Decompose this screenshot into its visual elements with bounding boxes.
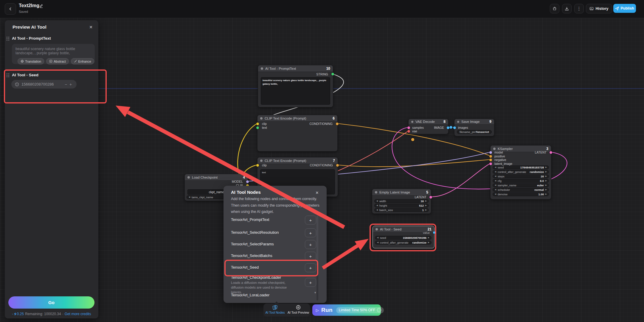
go-button[interactable]: Go [8, 296, 94, 309]
input-port-positive[interactable] [489, 155, 492, 158]
translation-button[interactable]: Translation [18, 58, 44, 64]
tab-ai-tool-nodes[interactable]: AI Tool Nodes [264, 305, 286, 314]
next-icon[interactable] [545, 175, 547, 177]
node-text-value[interactable]: beautiful scenery nature glass bottle la… [261, 77, 330, 105]
output-port-string[interactable] [331, 73, 334, 75]
widget-steps[interactable]: steps20 [493, 174, 549, 178]
prev-icon[interactable] [495, 171, 496, 173]
output-port-conditioning[interactable] [336, 123, 339, 125]
widget-batch-size[interactable]: batch_size1 [374, 208, 429, 212]
next-icon[interactable] [545, 166, 547, 168]
node-clip-text-encode-6[interactable]: CLIP Text Encode (Prompt) 6 clip text CO… [257, 115, 338, 151]
input-port-vae[interactable] [407, 130, 410, 133]
output-port-conditioning[interactable] [336, 164, 339, 167]
collapse-dot-icon[interactable] [260, 160, 263, 162]
download-button[interactable] [562, 4, 572, 13]
input-port-clip[interactable] [256, 164, 259, 167]
prev-icon[interactable] [377, 242, 378, 244]
collapse-dot-icon[interactable] [375, 191, 377, 193]
next-icon[interactable] [545, 180, 547, 182]
prev-icon[interactable] [495, 189, 496, 191]
seed-input[interactable]: 156680208700286 − + [11, 80, 77, 89]
collapse-dot-icon[interactable] [457, 121, 459, 123]
input-port-clip[interactable] [256, 123, 259, 125]
output-port-latent[interactable] [550, 151, 552, 154]
back-button[interactable] [5, 3, 16, 15]
prev-icon[interactable] [376, 209, 378, 211]
enhance-button[interactable]: Enhance [71, 58, 94, 64]
prev-icon[interactable] [376, 205, 378, 207]
node-save-image[interactable]: Save Image 9 images filename_prefix Tens… [454, 119, 494, 136]
add-node-button[interactable]: + [305, 228, 316, 237]
node-vae-decode[interactable]: VAE Decode 8 samples vae IMAGE [408, 119, 449, 134]
close-icon[interactable] [88, 24, 94, 30]
input-port-model[interactable] [489, 151, 492, 154]
node-list-item-checkpointloader[interactable]: TensorArt_CheckpointLoader [231, 275, 281, 280]
next-icon[interactable] [545, 171, 547, 173]
next-icon[interactable] [428, 242, 429, 244]
widget-control-after-generate[interactable]: control_after_generaterandomize [375, 241, 432, 244]
prev-icon[interactable] [495, 193, 496, 195]
collapse-dot-icon[interactable] [411, 121, 413, 123]
input-port-latent-image[interactable] [489, 162, 492, 165]
abstract-button[interactable]: Abstract [46, 58, 69, 64]
next-icon[interactable] [428, 237, 429, 239]
node-list-item-loraloader[interactable]: TensorArt_LoraLoader [231, 293, 269, 297]
widget-height[interactable]: height512 [374, 204, 429, 208]
scroll-down-icon[interactable] [314, 291, 316, 295]
add-node-button[interactable]: + [305, 216, 316, 225]
output-port-value[interactable] [433, 231, 435, 234]
output-port-model[interactable] [246, 180, 249, 183]
next-icon[interactable] [545, 184, 547, 186]
widget-width[interactable]: width16 [374, 199, 429, 203]
tab-ai-tool-preview[interactable]: AI Tool Preview [287, 305, 309, 314]
prev-icon[interactable] [495, 180, 496, 182]
add-node-button[interactable]: + [305, 240, 316, 249]
input-port-negative[interactable] [489, 159, 492, 161]
seed-increment-button[interactable]: + [68, 82, 73, 87]
shop-button[interactable] [550, 4, 559, 13]
node-header[interactable]: Save Image 9 [454, 119, 494, 125]
prev-icon[interactable] [376, 200, 378, 202]
widget-filename-prefix[interactable]: filename_prefix TensorArt [457, 130, 492, 134]
collapse-dot-icon[interactable] [187, 176, 190, 179]
widget-cfg[interactable]: cfg8.0 [493, 179, 549, 183]
prev-icon[interactable] [495, 184, 496, 186]
widget-denoise[interactable]: denoise1.00 [493, 192, 549, 196]
add-node-button[interactable]: + [305, 278, 316, 287]
seed-decrement-button[interactable]: − [63, 82, 68, 87]
widget-scheduler[interactable]: schedulernormal [493, 188, 549, 192]
history-button[interactable]: History [586, 4, 612, 13]
close-icon[interactable] [314, 190, 320, 196]
input-port-images[interactable] [453, 126, 456, 129]
output-port-image[interactable] [447, 126, 449, 129]
widget-seed[interactable]: seed156680208700286 [375, 236, 432, 240]
next-icon[interactable] [425, 205, 427, 207]
node-list-item-prompttext[interactable]: TensorArt_PromptText [231, 217, 269, 222]
node-list-item-seed[interactable]: TensorArt_Seed [231, 265, 259, 270]
node-ai-tool-seed[interactable]: AI Tool - Seed 21 value seed156680208700… [373, 226, 434, 248]
add-node-button[interactable]: + [305, 252, 316, 261]
collapse-dot-icon[interactable] [493, 148, 496, 150]
node-list-item-selectparams[interactable]: TensorArt_SelectParams [231, 242, 274, 246]
prev-icon[interactable] [495, 166, 496, 168]
publish-button[interactable]: Publish [613, 4, 636, 13]
more-options-button[interactable] [574, 4, 584, 13]
edit-title-button[interactable] [39, 4, 44, 8]
drag-handle-icon[interactable] [7, 37, 9, 41]
collapse-dot-icon[interactable] [261, 67, 263, 70]
scrollbar-thumb[interactable] [316, 216, 318, 266]
prev-icon[interactable] [377, 237, 378, 239]
node-header[interactable]: CLIP Text Encode (Prompt) 6 [257, 115, 337, 122]
drag-handle-icon[interactable] [7, 73, 9, 77]
run-button[interactable]: Run Limited Time 50% OFF [312, 304, 381, 316]
next-icon[interactable] [425, 209, 427, 211]
input-port-text[interactable] [256, 126, 259, 129]
modal-scrollbar[interactable] [316, 216, 318, 301]
node-ksampler[interactable]: KSampler 3 model positive negative laten… [490, 145, 551, 199]
node-list-item-selectbatchs[interactable]: TensorArt_SelectBatchs [231, 253, 272, 258]
node-header[interactable]: VAE Decode 8 [409, 119, 448, 125]
node-ai-tool-prompttext[interactable]: AI Tool - PromptText 10 STRING beautiful… [258, 65, 333, 107]
widget-control-after-generate[interactable]: control_after_generaterandomize [493, 170, 549, 174]
info-icon[interactable] [377, 308, 381, 312]
